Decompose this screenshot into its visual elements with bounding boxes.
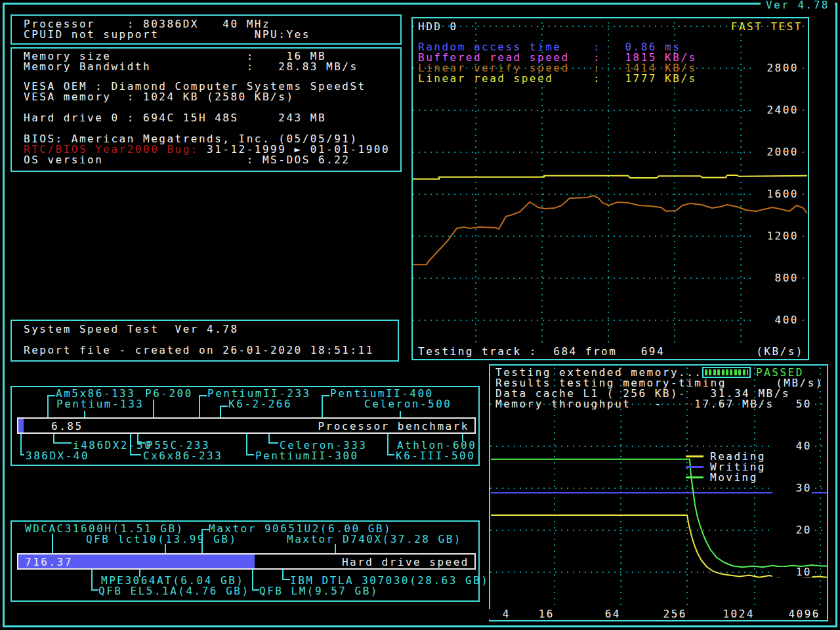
benchmark-ref-label: PentiumII-300 xyxy=(255,452,359,461)
memory-y-axis-label: 40 xyxy=(772,441,812,452)
memory-x-axis-label: 4096 xyxy=(781,609,820,620)
benchmark-ref-label: Celeron-500 xyxy=(364,400,452,409)
benchmark-ref-label: P6-200 xyxy=(145,389,193,398)
benchmark-ref-label: QFB EL5.1A(4.76 GB) xyxy=(98,587,250,596)
benchmark-ref-label: P55C-233 xyxy=(146,441,210,450)
benchmark-ref-label: Pentium-133 xyxy=(56,400,144,409)
hdd-y-axis-label: 1200 xyxy=(753,231,799,242)
memory-y-axis-label: 10 xyxy=(772,567,812,578)
system-info-box: Memory size : 16 MB Memory Bandwidth : 2… xyxy=(10,47,402,172)
os-version-line: OS version : MS-DOS 6.22 xyxy=(24,155,350,165)
report-box: System Speed Test Ver 4.78 Report file -… xyxy=(10,320,399,362)
benchmark-ref-label: Am5x86-133 xyxy=(56,389,135,398)
benchmark-ref-label: 386DX-40 xyxy=(26,452,89,461)
connector-stub xyxy=(199,395,207,396)
processor-benchmark-title: Processor benchmark xyxy=(318,420,469,432)
connector-stub xyxy=(91,589,98,591)
connector-line xyxy=(84,411,85,417)
hdd-y-axis-label: 2000 xyxy=(753,147,799,158)
benchmark-ref-label: MPE3064AT(6.04 GB) xyxy=(101,576,244,585)
hdd-series-linear-read-speed xyxy=(413,175,807,179)
connector-line xyxy=(322,395,323,417)
legend-writing-swatch xyxy=(686,466,704,468)
connector-stub xyxy=(282,579,290,580)
benchmark-ref-label: IBM DTLA 307030(28.63 GB) xyxy=(290,576,489,585)
connector-line xyxy=(335,544,336,553)
benchmark-ref-label: QFB lct10(13.99 GB) xyxy=(86,535,238,544)
connector-line xyxy=(165,544,166,553)
connector-line xyxy=(153,400,154,417)
benchmark-ref-label: PentiumII-233 xyxy=(207,389,311,398)
memory-x-axis-label: 16 xyxy=(515,609,555,620)
benchmark-ref-label: PentiumII-400 xyxy=(330,389,434,398)
benchmark-ref-label: Celeron-333 xyxy=(280,441,367,450)
connector-line xyxy=(199,395,200,417)
hard-drive-benchmark-box: 716.37 Hard drive speed WDCAC31600H(1.51… xyxy=(10,520,480,602)
benchmark-ref-label: WDCAC31600H(1.51 GB) xyxy=(25,524,184,534)
report-file-line: Report file - created on 26-01-2020 18:5… xyxy=(24,345,374,356)
hard-drive-benchmark-bar: 716.37 Hard drive speed xyxy=(17,553,476,570)
hdd-footer: Testing track : 684 from 694 (KB/s) xyxy=(418,346,804,357)
connector-line xyxy=(252,570,253,591)
benchmark-ref-label: Maxtor D740X(37.28 GB) xyxy=(287,535,462,544)
connector-line xyxy=(130,434,131,455)
connector-stub xyxy=(201,529,209,530)
connector-stub xyxy=(252,589,259,591)
connector-line xyxy=(400,411,401,417)
connector-line xyxy=(246,434,247,455)
memory-timing-chart: Testing extended memory... PASSED Result… xyxy=(489,364,828,621)
memory-y-axis-label: 20 xyxy=(772,525,812,536)
fast-test-badge: FAST TEST xyxy=(731,22,803,32)
benchmark-ref-label: K6-2-266 xyxy=(228,400,292,409)
connector-line xyxy=(201,529,203,553)
memory-x-axis-label: 256 xyxy=(648,609,687,620)
memory-x-axis-label: 4 xyxy=(471,609,511,620)
benchmark-ref-label: K6-III-500 xyxy=(396,452,475,461)
hdd-chart-title: HDD 0 xyxy=(418,22,458,32)
connector-line xyxy=(139,570,140,577)
hdd-speed-chart: HDD 0 FAST TEST Random access time : 0.8… xyxy=(411,17,809,360)
legend-reading-swatch xyxy=(686,455,704,457)
connector-stub xyxy=(322,395,329,396)
connector-line xyxy=(387,434,388,455)
version-label: Ver 4.78 xyxy=(761,0,835,10)
hdd-chart-unit: (KB/s) xyxy=(756,346,804,357)
processor-benchmark-value: 6.85 xyxy=(51,420,83,432)
benchmark-ref-label: Cx6x86-233 xyxy=(143,452,222,461)
connector-stub xyxy=(47,395,55,396)
memory-x-axis-label: 64 xyxy=(581,609,621,620)
hdd-stat-line: Linear read speed : 1777 KB/s xyxy=(418,74,697,84)
processor-benchmark-box: 6.85 Processor benchmark Am5x86-133P6-20… xyxy=(10,386,480,466)
hdd-y-axis-label: 1600 xyxy=(753,189,799,200)
hard-drive-line: Hard drive 0 : 694C 15H 48S 243 MB xyxy=(24,113,326,123)
memory-series-moving xyxy=(491,459,827,568)
hard-drive-benchmark-value: 716.37 xyxy=(25,556,73,568)
connector-line xyxy=(20,434,22,455)
processor-info-box: Processor : 80386DX 40 MHz CPUID not sup… xyxy=(10,14,402,45)
connector-stub xyxy=(220,406,228,407)
hdd-y-axis-label: 2400 xyxy=(753,105,799,116)
memory-throughput-line: Memory throughput - 17.67 MB/s xyxy=(495,399,774,410)
connector-stub xyxy=(137,442,145,444)
memory-test-progress-fill xyxy=(705,369,748,375)
benchmark-ref-label: Athlon-600 xyxy=(397,441,476,450)
memory-y-axis-label: 50 xyxy=(772,399,812,410)
connector-stub xyxy=(53,442,72,444)
legend-moving-label: Moving xyxy=(710,472,758,483)
connector-line xyxy=(220,406,221,417)
hdd-y-axis-label: 2800 xyxy=(753,63,799,74)
connector-stub xyxy=(20,454,24,455)
connector-line xyxy=(91,570,93,591)
benchmark-ref-label: QFB LM(9.57 GB) xyxy=(259,587,379,596)
processor-benchmark-bar: 6.85 Processor benchmark xyxy=(17,417,476,434)
memory-bandwidth-line: Memory Bandwidth : 28.83 MB/s xyxy=(24,62,358,72)
connector-line xyxy=(52,534,53,553)
hdd-series-linear-verify-speed xyxy=(413,196,807,264)
vesa-memory-line: VESA memory : 1024 KB (2580 KB/s) xyxy=(24,92,295,102)
memory-x-axis-label: 1024 xyxy=(715,609,755,620)
connector-line xyxy=(47,395,49,417)
memory-y-axis-label: 30 xyxy=(772,483,812,494)
hard-drive-benchmark-title: Hard drive speed xyxy=(342,556,469,568)
testing-track-status: Testing track : 684 from 694 xyxy=(418,346,665,357)
processor-benchmark-bar-fill xyxy=(18,419,24,432)
